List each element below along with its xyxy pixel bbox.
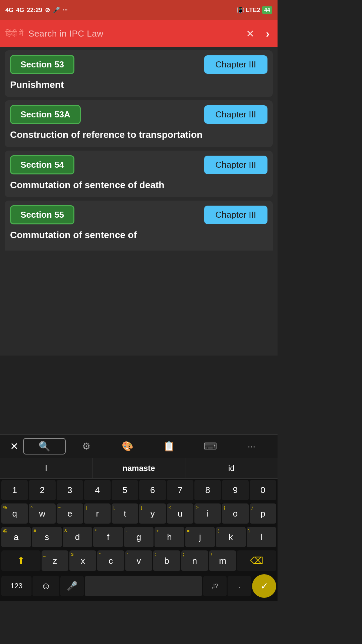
num-toggle-button[interactable]: 123 [1, 576, 32, 597]
key-q[interactable]: %q [1, 503, 28, 524]
section-card-53a[interactable]: Section 53A Chapter III Construction of … [5, 100, 273, 147]
status-icon-1: ⊘ [45, 6, 50, 14]
punctuation-button[interactable]: ,!? [203, 576, 227, 597]
mic-button[interactable]: 🎤 [60, 576, 84, 597]
status-dots: ··· [63, 7, 68, 14]
vibrate-icon: 📳 [237, 6, 244, 14]
autocomplete-option-3[interactable]: id [185, 458, 278, 478]
section-header-53a: Section 53A Chapter III [10, 105, 267, 124]
autocomplete-row: l namaste id [0, 458, 278, 479]
go-button[interactable]: › [263, 26, 272, 41]
status-right: 📳 LTE2 44 [237, 6, 272, 14]
backspace-key[interactable]: ⌫ [237, 550, 276, 572]
key-m[interactable]: /m [209, 550, 236, 572]
key-w[interactable]: ^w [29, 503, 55, 524]
shift-key[interactable]: ⬆ [1, 550, 41, 572]
enter-button[interactable]: ✓ [252, 574, 276, 598]
chapter-badge-54: Chapter III [204, 156, 267, 174]
key-e[interactable]: ~e [57, 503, 83, 524]
key-2[interactable]: 2 [29, 480, 55, 501]
key-u[interactable]: <u [167, 503, 193, 524]
key-4[interactable]: 4 [84, 480, 111, 501]
section-title-55-partial: Commutation of sentence of [10, 229, 267, 246]
keyboard-more-icon[interactable]: ··· [231, 439, 272, 454]
section-header-53: Section 53 Chapter III [10, 55, 267, 74]
network-label-1: 4G [5, 7, 13, 14]
keyboard-search-icon[interactable]: 🔍 [23, 438, 66, 454]
key-b[interactable]: :b [153, 550, 180, 572]
asdf-row: @a #s &d *f -g +h =j (k )l [0, 526, 278, 549]
emoji-button[interactable]: ☺ [33, 576, 59, 597]
key-j[interactable]: =j [185, 527, 215, 548]
key-c[interactable]: "c [97, 550, 124, 572]
section-header-55: Section 55 Chapter III [10, 205, 267, 224]
key-d[interactable]: &d [63, 527, 92, 548]
key-1[interactable]: 1 [1, 480, 28, 501]
keyboard-clipboard-icon[interactable]: 📋 [148, 439, 190, 454]
status-left: 4G 4G 22:29 ⊘ 🎤 ··· [5, 6, 68, 14]
section-title-53a: Construction of reference to transportat… [10, 129, 267, 141]
key-a[interactable]: @a [1, 527, 31, 548]
key-0[interactable]: 0 [250, 480, 276, 501]
status-bar: 4G 4G 22:29 ⊘ 🎤 ··· 📳 LTE2 44 [0, 0, 278, 20]
search-bar: हिंदी में Search in IPC Law ✕ › [0, 20, 278, 47]
key-i[interactable]: >i [194, 503, 221, 524]
chapter-badge-53: Chapter III [204, 55, 267, 74]
key-r[interactable]: |r [84, 503, 111, 524]
key-v[interactable]: 'v [125, 550, 152, 572]
key-6[interactable]: 6 [139, 480, 166, 501]
key-n[interactable]: ;n [181, 550, 208, 572]
chapter-badge-55: Chapter III [204, 206, 267, 224]
key-8[interactable]: 8 [194, 480, 221, 501]
section-title-54: Commutation of sentence of death [10, 179, 267, 191]
autocomplete-option-1[interactable]: l [0, 458, 93, 478]
status-icon-2: 🎤 [53, 6, 60, 14]
keyboard-keyboard-icon[interactable]: ⌨ [190, 439, 231, 454]
section-badge-53: Section 53 [10, 55, 74, 74]
key-t[interactable]: [t [112, 503, 138, 524]
key-p[interactable]: }p [250, 503, 276, 524]
key-l[interactable]: )l [247, 527, 276, 548]
section-card-55[interactable]: Section 55 Chapter III Commutation of se… [5, 201, 273, 251]
key-o[interactable]: {o [222, 503, 248, 524]
key-g[interactable]: -g [124, 527, 154, 548]
key-k[interactable]: (k [216, 527, 245, 548]
keyboard-toolbar: ✕ 🔍 ⚙ 🎨 📋 ⌨ ··· [0, 435, 278, 458]
space-key[interactable] [85, 576, 202, 597]
keyboard-palette-icon[interactable]: 🎨 [107, 439, 148, 454]
hindi-toggle-button[interactable]: हिंदी में [5, 29, 23, 38]
keyboard-area: ✕ 🔍 ⚙ 🎨 📋 ⌨ ··· l namaste id 1 2 3 4 5 6… [0, 434, 278, 601]
key-h[interactable]: +h [155, 527, 184, 548]
keyboard-close-button[interactable]: ✕ [5, 438, 23, 454]
key-s[interactable]: #s [32, 527, 61, 548]
section-title-53: Punishment [10, 79, 267, 91]
section-card-53[interactable]: Section 53 Chapter III Punishment [5, 50, 273, 97]
content-area: Section 53 Chapter III Punishment Sectio… [0, 47, 278, 356]
chapter-badge-53a: Chapter III [204, 105, 267, 124]
key-y[interactable]: ]y [139, 503, 166, 524]
key-f[interactable]: *f [93, 527, 123, 548]
section-header-54: Section 54 Chapter III [10, 155, 267, 174]
section-card-54[interactable]: Section 54 Chapter III Commutation of se… [5, 151, 273, 197]
key-z[interactable]: _z [42, 550, 68, 572]
qwerty-row: %q ^w ~e |r [t ]y <u >i {o }p [0, 502, 278, 526]
battery-indicator: 44 [262, 6, 272, 14]
time-display: 22:29 [27, 7, 42, 14]
period-button[interactable]: . [228, 576, 251, 597]
key-7[interactable]: 7 [167, 480, 193, 501]
key-3[interactable]: 3 [57, 480, 83, 501]
zxcv-row: ⬆ _z $x "c 'v :b ;n /m ⌫ [0, 549, 278, 573]
keyboard-settings-icon[interactable]: ⚙ [66, 439, 107, 454]
number-row: 1 2 3 4 5 6 7 8 9 0 [0, 479, 278, 502]
section-badge-53a: Section 53A [10, 105, 81, 124]
key-9[interactable]: 9 [222, 480, 248, 501]
key-5[interactable]: 5 [112, 480, 138, 501]
clear-search-button[interactable]: ✕ [243, 26, 258, 41]
autocomplete-option-2[interactable]: namaste [93, 458, 185, 478]
key-x[interactable]: $x [69, 550, 96, 572]
bottom-row: 123 ☺ 🎤 ,!? . ✓ [0, 573, 278, 601]
lte-label: LTE2 [246, 7, 260, 14]
search-input[interactable]: Search in IPC Law [28, 29, 238, 39]
section-badge-54: Section 54 [10, 155, 74, 174]
network-label-2: 4G [16, 7, 24, 14]
